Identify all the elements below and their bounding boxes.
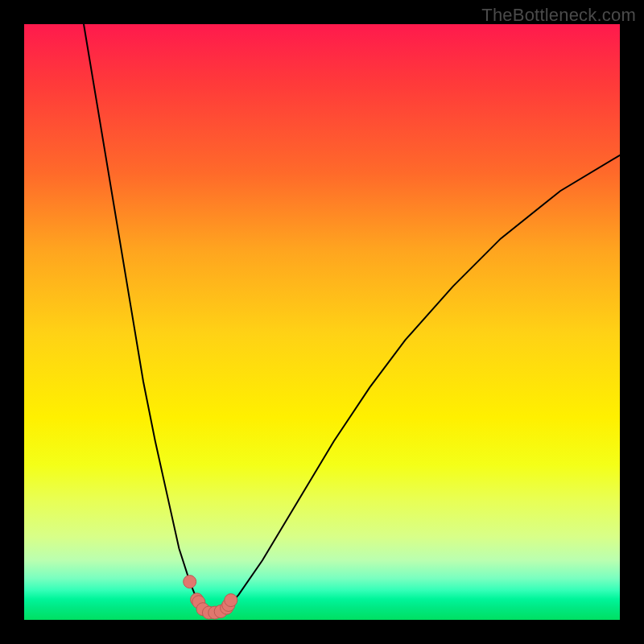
marker-dot [184, 576, 196, 588]
bottleneck-curve [84, 24, 620, 613]
outer-frame: TheBottleneck.com [0, 0, 644, 644]
chart-svg [24, 24, 620, 620]
marker-dot [225, 594, 237, 607]
plot-area [24, 24, 620, 620]
watermark-text: TheBottleneck.com [481, 5, 636, 26]
highlight-markers [184, 576, 237, 620]
